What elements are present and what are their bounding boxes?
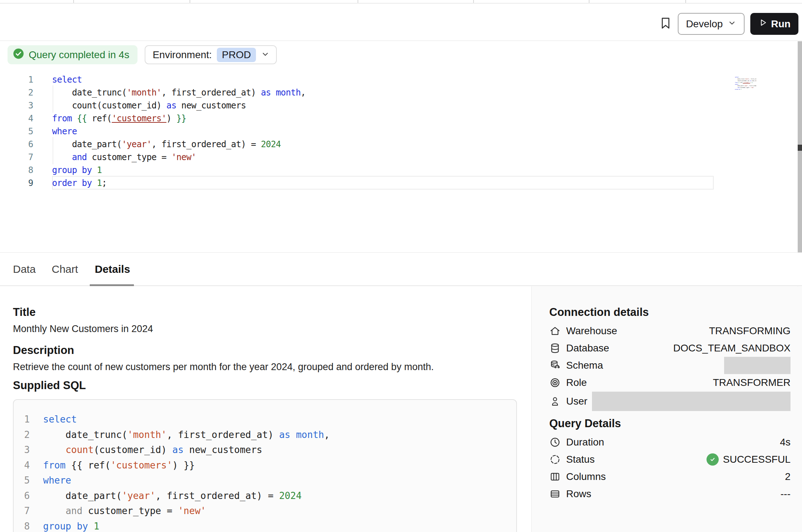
code-line-2: 2 date_trunc('month', first_ordered_at) … — [14, 427, 516, 443]
connection-details-heading: Connection details — [549, 306, 649, 319]
row-label: User — [566, 396, 587, 407]
row-label: Duration — [566, 437, 604, 448]
line-number: 7 — [0, 152, 33, 162]
title-heading: Title — [13, 306, 36, 319]
detail-row-user: User — [549, 391, 791, 411]
row-label: Database — [566, 342, 609, 354]
line-number: 4 — [14, 460, 30, 471]
detail-row-columns: Columns2 — [549, 468, 791, 485]
row-value — [592, 392, 791, 411]
schema-icon — [549, 360, 561, 371]
description-heading: Description — [13, 344, 74, 357]
code-line-1[interactable]: 1select — [0, 73, 797, 86]
editor-scrollbar-track[interactable] — [798, 41, 802, 252]
row-label: Rows — [566, 488, 591, 500]
app-root: { "header": { "develop_label": "Develop"… — [0, 0, 802, 532]
code-text: group by 1 — [735, 89, 741, 90]
editor-minimap[interactable]: select date_trunc('month', first_ordered… — [716, 73, 756, 90]
code-text: select — [43, 414, 77, 425]
supplied-sql-heading: Supplied SQL — [13, 379, 86, 392]
code-line-5: 5where — [14, 473, 516, 488]
code-text: from {{ ref('customers') }} — [735, 82, 753, 83]
code-line-3: 3 count(customer_id) as new_customers — [14, 442, 516, 458]
editor-scrollbar-thumb[interactable] — [798, 145, 802, 151]
row-value: TRANSFORMING — [709, 325, 791, 337]
line-number: 5 — [0, 126, 33, 136]
description-value: Retrieve the count of new customers per … — [13, 361, 434, 373]
row-value: 4s — [780, 437, 791, 448]
detail-row-warehouse: WarehouseTRANSFORMING — [549, 322, 791, 340]
row-value: SUCCESSFUL — [707, 453, 791, 466]
code-line-1: 1select — [14, 412, 516, 427]
detail-row-role: RoleTRANSFORMER — [549, 374, 791, 391]
code-text: group by 1 — [43, 521, 99, 532]
code-text: count(customer_id) as new_customers — [735, 80, 756, 81]
code-line-5[interactable]: 5where — [0, 125, 797, 138]
code-text: select — [735, 76, 739, 78]
code-line-7: 7 and customer_type = 'new' — [14, 503, 516, 519]
row-value: 2 — [785, 471, 791, 482]
database-icon — [549, 342, 561, 354]
code-line-4[interactable]: 4from {{ ref('customers') }} — [0, 112, 797, 125]
user-icon — [549, 396, 561, 407]
code-text: where — [43, 475, 71, 486]
code-text: and customer_type = 'new' — [735, 87, 754, 88]
detail-row-status: StatusSUCCESSFUL — [549, 451, 791, 468]
indent-guide — [53, 85, 53, 100]
results-tabstrip: DataChartDetails — [0, 252, 802, 286]
row-value — [724, 357, 791, 374]
query-details-heading: Query Details — [549, 417, 621, 430]
line-number: 8 — [0, 165, 33, 175]
tab-chart[interactable]: Chart — [52, 253, 78, 286]
row-label: Schema — [566, 360, 603, 371]
code-line-8[interactable]: 8group by 1 — [0, 164, 797, 177]
tab-data[interactable]: Data — [13, 253, 36, 286]
redacted-value-box — [724, 357, 791, 374]
supplied-sql-code-block: 1select2 date_trunc('month', first_order… — [13, 399, 517, 532]
line-number: 8 — [14, 521, 30, 532]
code-text: date_trunc('month', first_ordered_at) as… — [43, 429, 330, 440]
code-text: where — [52, 126, 77, 136]
code-line-6[interactable]: 6 date_part('year', first_ordered_at) = … — [0, 138, 797, 151]
indent-guide — [53, 137, 53, 151]
editor-code-area[interactable]: 1select2 date_trunc('month', first_order… — [0, 73, 797, 190]
tab-details[interactable]: Details — [95, 253, 130, 286]
code-text: from {{ ref('customers') }} — [52, 113, 186, 123]
status-icon — [549, 454, 561, 465]
line-number: 1 — [0, 75, 33, 85]
row-label: Role — [566, 377, 587, 388]
warehouse-icon — [549, 325, 561, 337]
line-number: 1 — [14, 414, 30, 425]
row-label: Columns — [566, 471, 606, 482]
role-icon — [549, 377, 561, 388]
detail-row-database: DatabaseDOCS_TEAM_SANDBOX — [549, 340, 791, 357]
line-number: 2 — [0, 88, 33, 98]
code-line-4: 4from {{ ref('customers') }} — [14, 458, 516, 473]
row-value: --- — [780, 488, 791, 500]
redacted-value-box — [592, 392, 791, 411]
line-number: 2 — [14, 429, 30, 440]
row-label: Warehouse — [566, 325, 617, 337]
duration-icon — [549, 437, 561, 448]
success-check-icon — [707, 453, 719, 466]
row-value: TRANSFORMER — [713, 377, 791, 388]
detail-row-duration: Duration4s — [549, 434, 791, 451]
line-number: 5 — [14, 475, 30, 486]
code-text: date_trunc('month', first_ordered_at) as… — [52, 88, 306, 98]
code-text: date_part('year', first_ordered_at) = 20… — [43, 490, 302, 501]
columns-icon — [549, 471, 561, 482]
rows-icon — [549, 488, 561, 500]
detail-row-schema: Schema — [549, 357, 791, 374]
code-text: count(customer_id) as new_customers — [52, 101, 246, 111]
code-line-9[interactable]: 9order by 1; — [0, 177, 797, 190]
line-number: 6 — [14, 490, 30, 501]
code-line-7[interactable]: 7 and customer_type = 'new' — [0, 151, 797, 164]
line-number: 3 — [0, 101, 33, 111]
code-line-2[interactable]: 2 date_trunc('month', first_ordered_at) … — [0, 86, 797, 99]
code-line-6: 6 date_part('year', first_ordered_at) = … — [14, 488, 516, 504]
row-value: DOCS_TEAM_SANDBOX — [673, 342, 791, 354]
code-line-3[interactable]: 3 count(customer_id) as new_customers — [0, 99, 797, 112]
code-text: group by 1 — [52, 165, 102, 175]
row-label: Status — [566, 454, 594, 465]
code-text: date_trunc('month', first_ordered_at) as… — [735, 78, 756, 80]
